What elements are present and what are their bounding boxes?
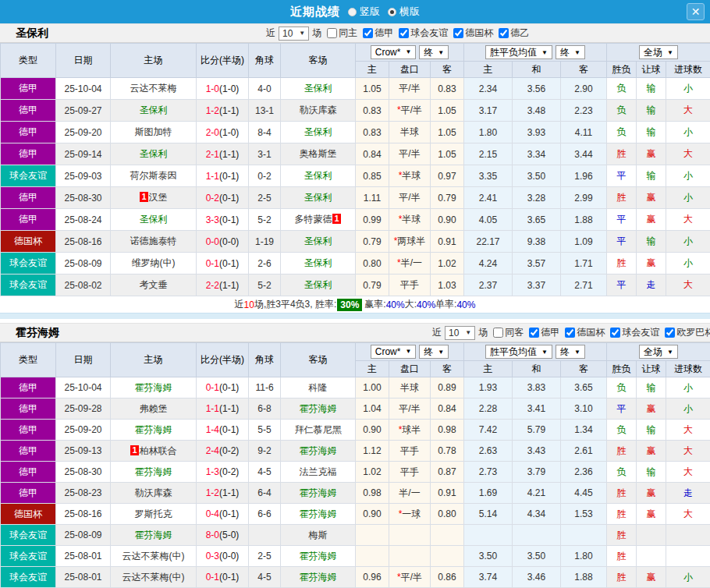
odds-home-cell: 0.85 xyxy=(356,165,389,187)
bookmaker-dropdown[interactable]: Crow*▼ xyxy=(371,45,417,59)
league-checkbox-球会友谊[interactable] xyxy=(399,28,409,38)
radio-vertical-layout[interactable] xyxy=(348,8,357,16)
same-venue-checkbox[interactable] xyxy=(493,328,503,338)
odds-line-cell: 平/半 xyxy=(389,143,431,165)
fulltime-score: 1-2 xyxy=(206,487,219,498)
league-checkbox-德国杯[interactable] xyxy=(565,328,575,338)
col-header-3: 比分(半场) xyxy=(197,44,249,78)
table-row: 德甲25-09-20霍芬海姆1-4(0-1)5-5拜仁慕尼黑0.90*球半0.9… xyxy=(1,420,710,441)
same-venue-checkbox[interactable] xyxy=(327,28,337,38)
odds-line-cell: *一球 xyxy=(389,504,431,525)
away-team-cell: 霍芬海姆 xyxy=(281,504,356,525)
league-checkbox-德甲[interactable] xyxy=(529,328,539,338)
team-label: 霍芬海姆 xyxy=(300,551,337,561)
table-row: 德甲25-09-14圣保利2-1(1-1)3-1奥格斯堡0.84平/半1.052… xyxy=(1,143,710,165)
result-wdl-cell: 胜 xyxy=(607,441,637,462)
home-team-cell: 1汉堡 xyxy=(111,187,197,209)
result-goals-cell: 小 xyxy=(666,187,710,209)
result-goals-cell: 大 xyxy=(666,441,710,462)
league-cell: 球会友谊 xyxy=(1,525,56,546)
away-team-cell: 霍芬海姆 xyxy=(281,398,356,420)
league-checkbox-德甲[interactable] xyxy=(363,28,373,38)
odds-home-cell: 0.90 xyxy=(356,504,389,525)
avg-home-cell: 4.24 xyxy=(464,253,513,275)
corner-cell: 9-2 xyxy=(249,441,281,462)
score-cell: 0-4(0-1) xyxy=(197,504,249,525)
odds-away-cell: 0.84 xyxy=(431,398,464,420)
sub-header-5: 客 xyxy=(561,62,607,78)
team-label: 拜仁慕尼黑 xyxy=(295,424,342,435)
recent-count-select[interactable]: 10▼ xyxy=(279,27,309,41)
odds-home-cell: 0.84 xyxy=(356,143,389,165)
result-handicap-cell: 输 xyxy=(637,78,666,100)
same-venue-label: 同主 xyxy=(339,27,357,40)
close-button[interactable]: ✕ xyxy=(687,3,705,20)
avg-draw-cell: 3.48 xyxy=(513,100,561,122)
col-header-0: 类型 xyxy=(1,44,56,78)
result-wdl-cell: 平 xyxy=(607,165,637,187)
stat-label: 赢率: xyxy=(364,298,385,311)
score-cell: 2-1(1-1) xyxy=(197,143,249,165)
result-handicap-cell: 输 xyxy=(637,165,666,187)
halftime-score: (0-0) xyxy=(219,236,239,247)
col-header-2: 主场 xyxy=(111,343,197,377)
date-cell: 25-08-16 xyxy=(56,231,111,253)
line-star: * xyxy=(394,236,398,246)
stat-value: 40% xyxy=(386,299,405,310)
fulltime-score: 1-1 xyxy=(206,171,219,182)
crow-odds-group-header: Crow*▼终▼ xyxy=(356,343,464,361)
table-row: 德甲25-09-28弗赖堡1-1(1-1)6-8霍芬海姆1.04平/半0.842… xyxy=(1,398,710,420)
radio-horizontal-layout[interactable] xyxy=(388,8,396,16)
corner-cell: 4-0 xyxy=(249,78,281,100)
avg-home-cell: 1.93 xyxy=(464,377,513,398)
result-handicap-cell: 输 xyxy=(637,462,666,483)
corner-cell: 8-4 xyxy=(249,122,281,143)
final-avg-dropdown[interactable]: 终▼ xyxy=(556,345,585,359)
odds-home-cell: 0.99 xyxy=(356,209,389,231)
avg-odds-dropdown[interactable]: 胜平负均值▼ xyxy=(485,45,552,59)
team-label: 梅斯 xyxy=(309,530,328,540)
avg-draw-cell: 4.21 xyxy=(513,483,561,504)
team-label: 霍芬海姆 xyxy=(135,382,172,393)
table-row: 德国杯25-08-16罗斯托克0-4(0-1)6-6霍芬海姆0.90*一球0.8… xyxy=(1,504,710,525)
odds-away-cell: 0.91 xyxy=(431,483,464,504)
sub-header-3: 主 xyxy=(464,62,513,78)
team-label: 云达不莱梅(中) xyxy=(122,572,185,583)
league-cell: 德甲 xyxy=(1,441,56,462)
corner-cell: 0-2 xyxy=(249,165,281,187)
league-cell: 德甲 xyxy=(1,187,56,209)
odds-away-cell: 0.79 xyxy=(431,187,464,209)
result-goals-cell: 走 xyxy=(666,483,710,504)
fulltime-score: 1-2 xyxy=(206,105,219,116)
result-handicap-cell: 赢 xyxy=(637,253,666,275)
bookmaker-dropdown[interactable]: Crow*▼ xyxy=(371,345,417,359)
league-cell: 球会友谊 xyxy=(1,275,56,296)
league-checkbox-德国杯[interactable] xyxy=(453,28,463,38)
odds-away-cell: 1.03 xyxy=(431,275,464,296)
recent-count-select[interactable]: 10▼ xyxy=(445,326,475,340)
league-checkbox-欧罗巴杯[interactable] xyxy=(665,328,675,338)
final-odds-dropdown[interactable]: 终▼ xyxy=(419,45,449,59)
fulltime-dropdown[interactable]: 全场▼ xyxy=(639,345,678,359)
odds-home-cell xyxy=(356,546,389,567)
avg-away-cell: 2.36 xyxy=(561,462,607,483)
odds-line-cell: 半球 xyxy=(389,377,431,398)
league-checkbox-德乙[interactable] xyxy=(499,28,509,38)
fulltime-dropdown[interactable]: 全场▼ xyxy=(639,45,678,59)
odds-line-cell: *平/半 xyxy=(389,100,431,122)
corner-cell: 5-2 xyxy=(249,209,281,231)
avg-away-cell: 1.80 xyxy=(561,546,607,567)
radio-vertical-label[interactable]: 竖版 xyxy=(360,5,380,19)
league-checkbox-球会友谊[interactable] xyxy=(610,328,620,338)
date-cell: 25-08-01 xyxy=(56,567,111,588)
final-avg-dropdown[interactable]: 终▼ xyxy=(556,45,585,59)
final-odds-dropdown[interactable]: 终▼ xyxy=(419,345,449,359)
avg-odds-dropdown[interactable]: 胜平负均值▼ xyxy=(485,345,552,359)
table-row: 球会友谊25-09-03荷尔斯泰因1-1(0-1)0-2圣保利0.85*半球0.… xyxy=(1,165,710,187)
fulltime-score: 0-4 xyxy=(206,508,219,519)
radio-horizontal-label[interactable]: 横版 xyxy=(399,5,420,19)
odds-away-cell xyxy=(431,546,464,567)
team-label: 霍芬海姆 xyxy=(135,424,172,435)
date-cell: 25-09-03 xyxy=(56,165,111,187)
league-filter-label: 德甲 xyxy=(375,27,393,40)
